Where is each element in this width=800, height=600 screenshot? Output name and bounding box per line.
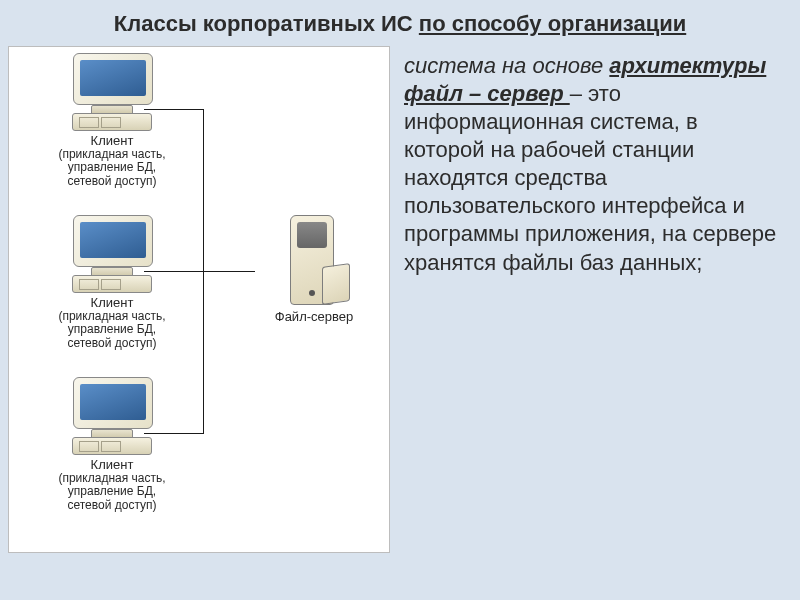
monitor-icon [73,377,151,435]
title-prefix: Классы корпоративных ИС [114,11,419,36]
desc-lead: система на основе [404,53,609,78]
connector-line [203,271,255,272]
title-emphasis: по способу организации [419,11,686,36]
description-text: система на основе архитектуры файл – сер… [398,46,792,553]
connector-line [144,109,204,110]
client-sub: (прикладная часть, управление БД, сетево… [27,148,197,189]
monitor-icon [73,215,151,273]
system-unit-icon [72,275,152,293]
client-label: Клиент [27,457,197,472]
client-sub: (прикладная часть, управление БД, сетево… [27,310,197,351]
diagram-panel: Клиент (прикладная часть, управление БД,… [8,46,390,553]
connector-line [144,433,204,434]
client-node-1: Клиент (прикладная часть, управление БД,… [27,53,197,189]
desc-body: – это информационная система, в которой … [404,81,776,275]
server-label: Файл-сервер [254,309,374,324]
file-server-icon [284,215,344,305]
client-label: Клиент [27,295,197,310]
content-row: Клиент (прикладная часть, управление БД,… [0,46,800,553]
system-unit-icon [72,113,152,131]
client-node-2: Клиент (прикладная часть, управление БД,… [27,215,197,351]
client-label: Клиент [27,133,197,148]
system-unit-icon [72,437,152,455]
server-node: Файл-сервер [254,215,374,324]
client-node-3: Клиент (прикладная часть, управление БД,… [27,377,197,513]
slide-title: Классы корпоративных ИС по способу орган… [0,0,800,46]
monitor-icon [73,53,151,111]
connector-line [144,271,204,272]
client-sub: (прикладная часть, управление БД, сетево… [27,472,197,513]
